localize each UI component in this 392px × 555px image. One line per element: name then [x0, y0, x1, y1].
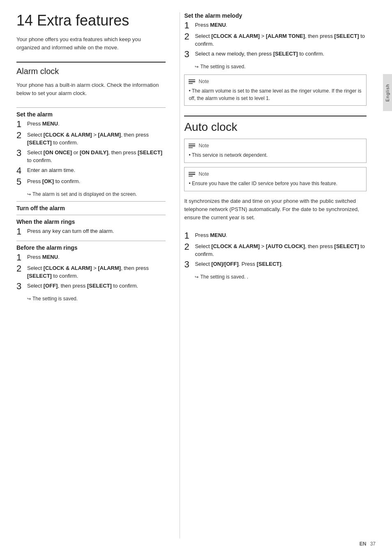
sub-divider-2 [16, 201, 166, 202]
auto-step-text-2: Select [CLOCK & ALARM] > [AUTO CLOCK], t… [195, 243, 367, 258]
when-step-text-1: Press any key can turn off the alarm. [27, 228, 166, 235]
melody-step-text-2: Select [CLOCK & ALARM] > [ALARM TONE], t… [195, 33, 367, 48]
note-icon-2 [189, 144, 195, 149]
step-text-4: Enter an alarm time. [27, 167, 166, 174]
alarm-clock-intro: Your phone has a built-in alarm clock. C… [16, 81, 166, 98]
melody-step-text-3: Select a new melody, then press [SELECT]… [195, 50, 367, 58]
melody-step-3: 3 Select a new melody, then press [SELEC… [184, 50, 367, 59]
step-5: 5 Press [OK] to confirm. [16, 178, 166, 187]
before-step-1: 1 Press MENU. [16, 253, 166, 262]
melody-step-num-1: 1 [184, 21, 195, 30]
step-text-5: Press [OK] to confirm. [27, 178, 166, 186]
note-text-1: The alarm volume is set to the same leve… [189, 88, 362, 102]
note-text-2: This service is network dependent. [189, 152, 362, 159]
melody-step-2: 2 Select [CLOCK & ALARM] > [ALARM TONE],… [184, 33, 367, 48]
note-icon-1 [189, 79, 195, 84]
auto-step-num-1: 1 [184, 231, 195, 241]
note-box-1: Note The alarm volume is set to the same… [184, 74, 367, 106]
note-box-2: Note This service is network dependent. [184, 139, 367, 163]
note-header-3: Note [189, 171, 362, 178]
sub-divider-4 [16, 241, 166, 241]
set-alarm-heading: Set the alarm [16, 111, 166, 118]
turn-off-heading: Turn off the alarm [16, 205, 166, 211]
before-step3-result: The setting is saved. [27, 295, 166, 302]
auto-step-3: 3 Select [ON]/[OFF]. Press [SELECT]. [184, 260, 367, 269]
before-step-3: 3 Select [OFF], then press [SELECT] to c… [16, 282, 166, 291]
note-text-3: Ensure you have the caller ID service be… [189, 180, 362, 187]
left-column: 14 Extra features Your phone offers you … [16, 12, 175, 539]
footer-lang: EN [360, 541, 367, 547]
auto-clock-heading: Auto clock [184, 121, 367, 134]
auto-clock-steps: 1 Press MENU. 2 Select [CLOCK & ALARM] >… [184, 232, 367, 269]
step-num-2: 2 [16, 130, 27, 140]
before-step-num-3: 3 [16, 281, 27, 291]
when-step-1: 1 Press any key can turn off the alarm. [16, 228, 166, 237]
step-text-1: Press MENU. [27, 120, 166, 128]
step5-result: The alarm is set and is displayed on the… [27, 191, 166, 198]
when-step-num-1: 1 [16, 227, 27, 237]
step-text-3: Select [ON ONCE] or [ON DAILY], then pre… [27, 149, 166, 165]
before-step-num-2: 2 [16, 264, 27, 274]
melody-step-text-1: Press MENU. [195, 21, 367, 29]
page-container: English 14 Extra features Your phone off… [0, 0, 392, 555]
section-divider [16, 62, 166, 63]
auto-step3-result: The setting is saved. . [195, 274, 367, 281]
right-column: Set the alarm melody 1 Press MENU. 2 Sel… [180, 12, 367, 539]
main-content: 14 Extra features Your phone offers you … [0, 0, 392, 555]
auto-step-num-2: 2 [184, 242, 195, 252]
melody-steps: 1 Press MENU. 2 Select [CLOCK & ALARM] >… [184, 21, 367, 59]
melody-step-num-2: 2 [184, 32, 195, 42]
auto-step-text-1: Press MENU. [195, 232, 367, 239]
step-num-4: 4 [16, 166, 27, 176]
melody-step-1: 1 Press MENU. [184, 21, 367, 30]
auto-step-2: 2 Select [CLOCK & ALARM] > [AUTO CLOCK],… [184, 243, 367, 258]
step-3: 3 Select [ON ONCE] or [ON DAILY], then p… [16, 149, 166, 165]
note-header-1: Note [189, 78, 362, 85]
note-label-2: Note [198, 142, 209, 149]
step-num-5: 5 [16, 177, 27, 187]
when-alarm-steps: 1 Press any key can turn off the alarm. [16, 228, 166, 237]
before-step-num-1: 1 [16, 253, 27, 262]
melody-step-num-3: 3 [184, 49, 195, 59]
set-alarm-steps: 1 Press MENU. 2 Select [CLOCK & ALARM] >… [16, 120, 166, 187]
note-label-1: Note [198, 78, 209, 85]
step-num-1: 1 [16, 119, 27, 129]
step-4: 4 Enter an alarm time. [16, 167, 166, 176]
auto-clock-divider [184, 116, 367, 116]
before-step-2: 2 Select [CLOCK & ALARM] > [ALARM], then… [16, 265, 166, 280]
note-box-3: Note Ensure you have the caller ID servi… [184, 167, 367, 191]
before-step-text-3: Select [OFF], then press [SELECT] to con… [27, 282, 166, 290]
melody-step3-result: The setting is saved. [195, 63, 367, 70]
note-label-3: Note [198, 171, 209, 178]
step-2: 2 Select [CLOCK & ALARM] > [ALARM], then… [16, 131, 166, 147]
chapter-heading: 14 Extra features [16, 12, 166, 29]
before-alarm-heading: Before the alarm rings [16, 244, 166, 251]
footer-page: 37 [370, 541, 376, 547]
before-step-text-2: Select [CLOCK & ALARM] > [ALARM], then p… [27, 265, 166, 280]
when-alarm-rings-heading: When the alarm rings [16, 218, 166, 225]
chapter-title: Extra features [37, 12, 129, 29]
step-text-2: Select [CLOCK & ALARM] > [ALARM], then p… [27, 131, 166, 147]
page-footer: EN 37 [360, 541, 376, 547]
before-step-text-1: Press MENU. [27, 253, 166, 261]
note-header-2: Note [189, 142, 362, 149]
note-icon-3 [189, 172, 195, 177]
sub-divider-3 [16, 215, 166, 215]
before-alarm-steps: 1 Press MENU. 2 Select [CLOCK & ALARM] >… [16, 253, 166, 291]
step-num-3: 3 [16, 148, 27, 158]
auto-step-num-3: 3 [184, 260, 195, 269]
alarm-clock-heading: Alarm clock [16, 67, 166, 76]
side-tab: English [383, 74, 392, 111]
sub-divider-1 [16, 107, 166, 108]
auto-step-1: 1 Press MENU. [184, 232, 367, 241]
set-alarm-melody-heading: Set the alarm melody [184, 12, 367, 19]
auto-step-text-3: Select [ON]/[OFF]. Press [SELECT]. [195, 260, 367, 268]
auto-clock-intro: It synchronizes the date and time on you… [184, 197, 367, 222]
step-1: 1 Press MENU. [16, 120, 166, 129]
chapter-num: 14 [16, 12, 33, 29]
chapter-intro: Your phone offers you extra features whi… [16, 35, 166, 52]
